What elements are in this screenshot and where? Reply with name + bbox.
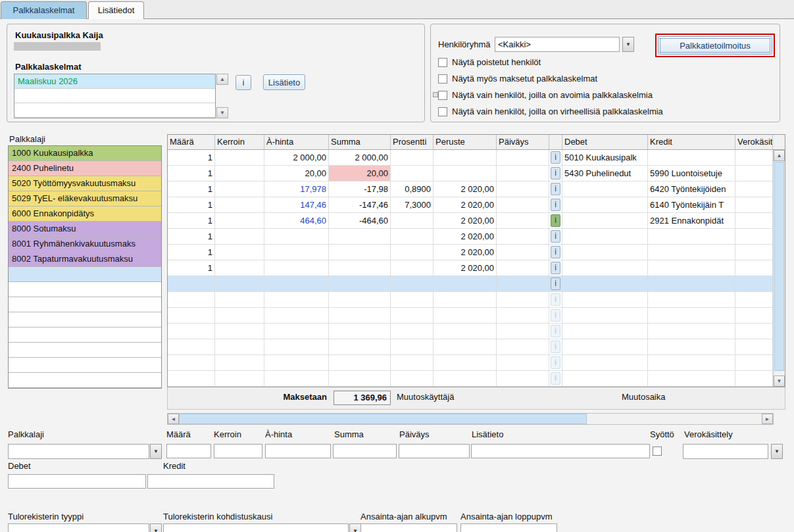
grid-cell-kerroin[interactable] bbox=[215, 292, 264, 308]
grid-cell-maara[interactable]: 1 bbox=[168, 150, 215, 166]
grid-row[interactable]: i bbox=[168, 324, 773, 339]
paytype-row[interactable]: 5020 Työttömyysvakuutusmaksu bbox=[9, 176, 161, 191]
tab-lisatiedot[interactable]: Lisätiedot bbox=[88, 1, 144, 19]
grid-cell-peruste[interactable]: 2 020,00 bbox=[434, 197, 497, 213]
grid-cell-paivays[interactable] bbox=[497, 355, 549, 371]
grid-cell-ahinta[interactable]: 147,46 bbox=[264, 197, 329, 213]
grid-cell-kerroin[interactable] bbox=[215, 339, 264, 355]
payslip-scroll-up-icon[interactable] bbox=[216, 74, 228, 85]
grid-row[interactable]: 1464,60-464,602 020,00i2921 Ennakonpidät bbox=[168, 213, 773, 229]
grid-cell-peruste[interactable] bbox=[434, 371, 497, 387]
row-info-button[interactable]: i bbox=[551, 278, 560, 290]
entry-verokasittely-combobox[interactable] bbox=[683, 444, 783, 459]
grid-cell-summa[interactable] bbox=[329, 229, 391, 245]
grid-cell-verokasittely[interactable] bbox=[735, 166, 773, 181]
row-info-button[interactable]: i bbox=[551, 151, 560, 164]
paytype-row[interactable] bbox=[9, 343, 161, 358]
scroll-right-icon[interactable] bbox=[762, 414, 773, 424]
row-info-button[interactable]: i bbox=[551, 214, 560, 227]
grid-cell-paivays[interactable] bbox=[497, 229, 549, 245]
paytype-row[interactable] bbox=[9, 312, 161, 327]
grid-cell-kerroin[interactable] bbox=[215, 371, 264, 387]
entry-loppupvm-input[interactable] bbox=[460, 523, 557, 532]
grid-cell-peruste[interactable] bbox=[434, 339, 497, 355]
grid-cell-debet[interactable] bbox=[562, 339, 648, 355]
grid-cell-kredit[interactable] bbox=[648, 292, 735, 308]
grid-cell-debet[interactable] bbox=[562, 276, 648, 292]
grid-cell-paivays[interactable] bbox=[497, 308, 549, 324]
grid-cell-peruste[interactable]: 2 020,00 bbox=[434, 213, 497, 229]
entry-debet-input[interactable] bbox=[8, 474, 146, 489]
grid-cell-paivays[interactable] bbox=[497, 150, 549, 166]
grid-cell-kredit[interactable] bbox=[648, 324, 735, 339]
paytype-row[interactable] bbox=[9, 327, 161, 343]
payslip-list[interactable]: Maaliskuu 2026 bbox=[14, 74, 216, 118]
grid-cell-debet[interactable] bbox=[562, 213, 648, 229]
grid-cell-kredit[interactable] bbox=[648, 371, 735, 387]
paytype-row[interactable] bbox=[9, 358, 161, 373]
grid-cell-verokasittely[interactable] bbox=[735, 355, 773, 371]
entry-alkupvm-input[interactable] bbox=[360, 523, 457, 532]
grid-cell-peruste[interactable] bbox=[434, 150, 497, 166]
grid-cell-ahinta[interactable] bbox=[264, 229, 329, 245]
scroll-left-icon[interactable] bbox=[168, 414, 179, 424]
grid-cell-kerroin[interactable] bbox=[215, 213, 264, 229]
grid-cell-debet[interactable] bbox=[562, 308, 648, 324]
grid-cell-kerroin[interactable] bbox=[215, 197, 264, 213]
grid-cell-summa[interactable]: -147,46 bbox=[329, 197, 391, 213]
entry-lisatieto-input[interactable] bbox=[471, 444, 650, 458]
grid-cell-prosentti[interactable]: 7,3000 bbox=[391, 197, 434, 213]
grid-cell-ahinta[interactable]: 2 000,00 bbox=[264, 150, 329, 166]
grid-cell-paivays[interactable] bbox=[497, 166, 549, 181]
paytype-row[interactable] bbox=[9, 297, 161, 312]
grid-cell-kerroin[interactable] bbox=[215, 260, 264, 276]
grid-cell-prosentti[interactable] bbox=[391, 371, 434, 387]
grid-cell-paivays[interactable] bbox=[497, 292, 549, 308]
grid-row[interactable]: i bbox=[168, 371, 773, 387]
grid-cell-summa[interactable] bbox=[329, 355, 391, 371]
grid-cell-prosentti[interactable] bbox=[391, 276, 434, 292]
grid-cell-debet[interactable] bbox=[562, 260, 648, 276]
entry-tulorekisterin-tyyppi-value[interactable] bbox=[8, 523, 149, 532]
grid-row[interactable]: 12 020,00i bbox=[168, 229, 773, 245]
grid-cell-paivays[interactable] bbox=[497, 324, 549, 339]
grid-cell-peruste[interactable]: 2 020,00 bbox=[434, 181, 497, 197]
grid-cell-prosentti[interactable] bbox=[391, 324, 434, 339]
row-info-button[interactable]: i bbox=[551, 199, 560, 211]
grid-vertical-scrollbar[interactable] bbox=[773, 150, 785, 387]
grid-cell-kerroin[interactable] bbox=[215, 166, 264, 181]
grid-cell-verokasittely[interactable] bbox=[735, 245, 773, 260]
grid-cell-verokasittely[interactable] bbox=[735, 229, 773, 245]
lisatieto-button[interactable]: Lisätieto bbox=[263, 74, 305, 90]
entry-kredit-input[interactable] bbox=[147, 474, 274, 489]
paytype-row[interactable]: 8002 Tapaturmavakuutusmaksu bbox=[9, 252, 161, 267]
grid-cell-peruste[interactable]: 2 020,00 bbox=[434, 245, 497, 260]
checkbox[interactable] bbox=[438, 91, 447, 100]
grid-cell-kerroin[interactable] bbox=[215, 355, 264, 371]
payslip-info-button[interactable]: i bbox=[236, 75, 251, 90]
entry-palkkalaji-value[interactable] bbox=[8, 444, 149, 459]
person-group-combobox[interactable]: <Kaikki> bbox=[495, 37, 636, 52]
grid-cell-summa[interactable] bbox=[329, 324, 391, 339]
entry-paivays-input[interactable] bbox=[399, 444, 470, 458]
grid-row[interactable]: 12 020,00i bbox=[168, 245, 773, 260]
paytype-row[interactable]: 1000 Kuukausipalkka bbox=[9, 146, 161, 161]
grid-cell-paivays[interactable] bbox=[497, 181, 549, 197]
grid-cell-paivays[interactable] bbox=[497, 371, 549, 387]
grid-cell-prosentti[interactable] bbox=[391, 150, 434, 166]
grid-cell-verokasittely[interactable] bbox=[735, 324, 773, 339]
grid-cell-ahinta[interactable] bbox=[264, 245, 329, 260]
grid-cell-prosentti[interactable] bbox=[391, 229, 434, 245]
payslip-scroll-down-icon[interactable] bbox=[216, 107, 228, 118]
grid-cell-maara[interactable]: 1 bbox=[168, 260, 215, 276]
grid-cell-verokasittely[interactable] bbox=[735, 181, 773, 197]
grid-cell-debet[interactable] bbox=[562, 355, 648, 371]
grid-row[interactable]: 1147,46-147,467,30002 020,00i6140 Työnte… bbox=[168, 197, 773, 213]
grid-cell-maara[interactable] bbox=[168, 308, 215, 324]
grid-cell-debet[interactable] bbox=[562, 245, 648, 260]
entry-syotto-checkbox[interactable] bbox=[653, 447, 662, 456]
grid-cell-kerroin[interactable] bbox=[215, 308, 264, 324]
grid-cell-kredit[interactable] bbox=[648, 355, 735, 371]
grid-cell-maara[interactable]: 1 bbox=[168, 197, 215, 213]
grid-cell-kerroin[interactable] bbox=[215, 229, 264, 245]
